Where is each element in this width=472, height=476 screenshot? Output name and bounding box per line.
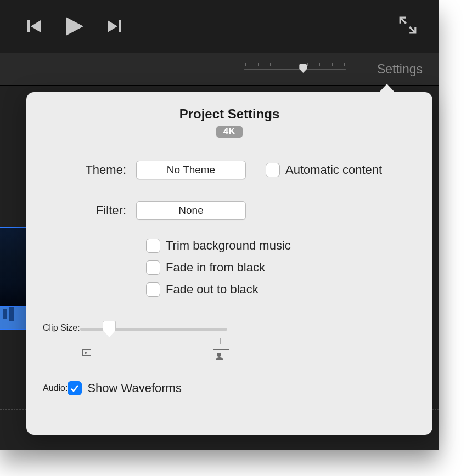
settings-form: Theme: No Theme Automatic content Filter… [43, 161, 416, 395]
show-waveforms-label: Show Waveforms [87, 381, 182, 395]
filter-row: Filter: None [43, 201, 416, 220]
theme-row: Theme: No Theme Automatic content [43, 161, 416, 179]
popover-arrow [379, 84, 395, 93]
svg-rect-4 [119, 20, 121, 32]
audio-row: Audio: Show Waveforms [43, 381, 416, 395]
clip-size-slider[interactable] [80, 323, 227, 362]
fade-out-checkbox[interactable] [146, 282, 160, 297]
fade-in-checkbox[interactable] [146, 260, 160, 275]
project-settings-popover: Project Settings 4K Theme: No Theme Auto… [26, 92, 432, 435]
automatic-content-label: Automatic content [285, 163, 382, 177]
clip-size-tick-max [220, 338, 221, 344]
theme-label: Theme: [43, 163, 136, 177]
trim-music-checkbox[interactable] [146, 239, 160, 253]
zoom-slider-track [244, 69, 346, 70]
thumbnail-small-icon [82, 349, 91, 356]
resolution-badge: 4K [216, 126, 243, 138]
show-waveforms-checkbox[interactable] [68, 381, 82, 395]
filter-select[interactable]: None [136, 201, 246, 220]
app-window: Settings Project Settings 4K Theme: No T… [0, 0, 439, 450]
clip-size-tick-min [87, 338, 88, 344]
popover-title: Project Settings [43, 106, 416, 122]
zoom-slider-thumb[interactable] [299, 64, 307, 73]
fade-in-label: Fade in from black [166, 260, 265, 275]
clip-size-row: Clip Size: [43, 323, 416, 362]
audio-label: Audio: [43, 383, 68, 393]
clip-size-label: Clip Size: [43, 323, 80, 333]
trim-music-label: Trim background music [166, 239, 291, 253]
svg-marker-2 [66, 17, 83, 36]
svg-marker-3 [108, 20, 117, 32]
play-icon[interactable] [64, 16, 85, 37]
next-track-icon[interactable] [106, 19, 121, 33]
thumbnail-large-icon [213, 349, 229, 361]
prev-track-icon[interactable] [27, 19, 42, 33]
playback-controls [27, 16, 121, 37]
playback-bar [0, 0, 439, 53]
clip-size-thumb[interactable] [103, 321, 116, 337]
zoom-slider-ticks [244, 63, 346, 67]
clip-audio-waveform[interactable] [0, 307, 26, 330]
svg-rect-0 [27, 20, 30, 32]
zoom-slider[interactable] [244, 63, 346, 76]
clip-size-track [80, 328, 227, 331]
theme-select[interactable]: No Theme [136, 161, 246, 179]
automatic-content-checkbox[interactable] [266, 163, 280, 177]
filter-label: Filter: [43, 203, 136, 218]
clip-thumbnail[interactable] [0, 227, 26, 307]
timeline-toolbar: Settings [0, 53, 439, 86]
settings-button[interactable]: Settings [377, 62, 423, 77]
fade-out-label: Fade out to black [166, 282, 259, 297]
fullscreen-icon[interactable] [398, 16, 417, 37]
svg-marker-1 [31, 20, 41, 32]
playback-options: Trim background music Fade in from black… [146, 239, 416, 297]
